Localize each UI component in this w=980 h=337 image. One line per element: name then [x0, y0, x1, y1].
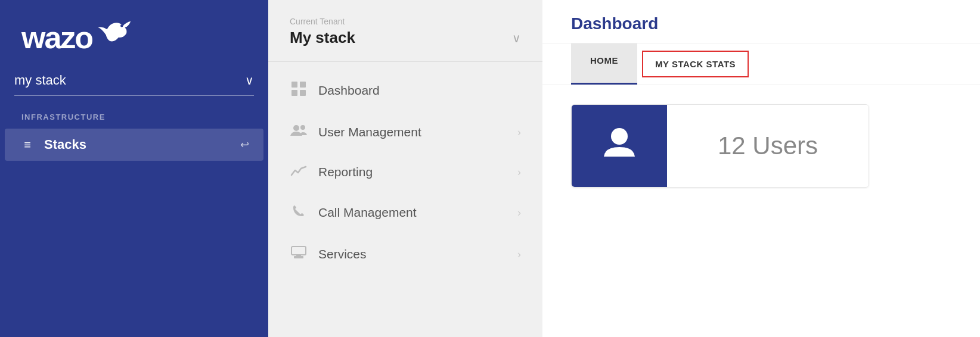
sidebar-item-arrow: ↩ [240, 138, 249, 151]
dashboard-icon [290, 81, 308, 100]
nav-item-call-management-label: Call Management [318, 205, 517, 220]
users-card-value: 12 Users [718, 132, 818, 160]
main-header: Dashboard [542, 0, 980, 43]
nav-item-call-management[interactable]: Call Management › [268, 192, 542, 233]
svg-rect-1 [291, 82, 297, 88]
svg-rect-9 [296, 255, 301, 257]
nav-item-services-arrow: › [517, 248, 521, 261]
sidebar-tenant-chevron: ∨ [245, 73, 254, 88]
nav-panel: Current Tenant My stack ∨ Dashboard [268, 0, 542, 337]
reporting-icon [290, 164, 308, 180]
svg-point-6 [300, 125, 305, 130]
svg-rect-2 [300, 82, 306, 88]
stacks-icon: ≡ [19, 138, 36, 152]
svg-rect-3 [291, 90, 297, 96]
nav-item-call-management-arrow: › [517, 207, 521, 219]
services-icon [290, 245, 308, 263]
call-management-icon [290, 204, 308, 221]
svg-rect-7 [291, 246, 306, 255]
nav-item-services[interactable]: Services › [268, 233, 542, 275]
page-title: Dashboard [571, 14, 658, 33]
nav-item-services-label: Services [318, 247, 517, 261]
users-card-icon [600, 123, 638, 169]
svg-point-10 [611, 128, 628, 145]
tab-home[interactable]: HOME [571, 43, 637, 85]
users-card-icon-area [572, 105, 667, 187]
nav-tenant-selector[interactable]: My stack ∨ [290, 29, 521, 47]
nav-item-reporting-label: Reporting [318, 165, 517, 179]
svg-point-0 [120, 24, 123, 27]
sidebar-tenant-name: my stack [14, 73, 66, 88]
svg-rect-4 [300, 90, 306, 96]
nav-menu: Dashboard User Management › Rep [268, 62, 542, 282]
logo-area: wazo [0, 0, 268, 73]
tab-my-stack-stats[interactable]: MY STACK STATS [642, 51, 749, 77]
dashboard-body: 12 Users [542, 85, 980, 207]
nav-tenant-section: Current Tenant My stack ∨ [268, 0, 542, 62]
sidebar: wazo my stack ∨ INFRASTRUCTURE ≡ Stacks … [0, 0, 268, 337]
sidebar-section-label: INFRASTRUCTURE [0, 96, 268, 127]
nav-item-user-management-label: User Management [318, 125, 517, 139]
user-management-icon [290, 124, 308, 141]
nav-item-user-management-arrow: › [517, 126, 521, 139]
nav-tenant-chevron: ∨ [512, 31, 521, 45]
sidebar-item-stacks[interactable]: ≡ Stacks ↩ [5, 129, 263, 161]
nav-item-user-management[interactable]: User Management › [268, 112, 542, 152]
logo-text: wazo [21, 20, 92, 55]
bird-icon [97, 19, 133, 51]
sidebar-item-label: Stacks [44, 137, 86, 152]
main-content: Dashboard HOME MY STACK STATS 12 Users [542, 0, 980, 337]
nav-item-dashboard[interactable]: Dashboard [268, 69, 542, 112]
nav-item-reporting-arrow: › [517, 166, 521, 179]
tabs-bar: HOME MY STACK STATS [542, 43, 980, 85]
nav-item-dashboard-label: Dashboard [318, 83, 521, 98]
nav-tenant-label: Current Tenant [290, 17, 521, 26]
users-card-content: 12 Users [667, 105, 869, 187]
nav-tenant-name: My stack [290, 29, 355, 47]
svg-point-5 [293, 125, 299, 131]
nav-item-reporting[interactable]: Reporting › [268, 152, 542, 192]
users-stat-card: 12 Users [571, 104, 869, 188]
tenant-selector[interactable]: my stack ∨ [14, 73, 254, 96]
